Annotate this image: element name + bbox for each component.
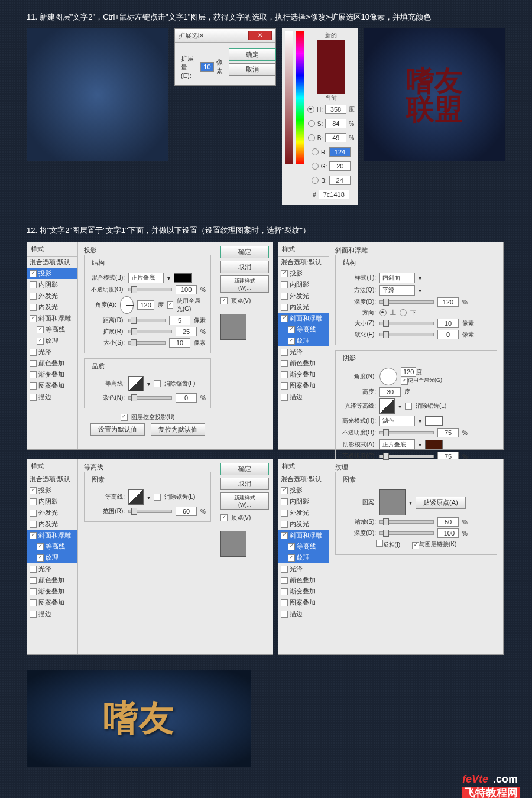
current-label: 当前 — [325, 94, 337, 102]
layerstyle-bevel: 样式 混合选项:默认 投影 内阴影 外发光 内发光 斜面和浮雕 等高线 纹理 光… — [278, 242, 504, 450]
layerstyle-drop-shadow: 样式 混合选项:默认 投影 内阴影 外发光 内发光 斜面和浮雕 等高线 纹理 光… — [27, 242, 273, 450]
dialog-title: 扩展选区 — [179, 31, 205, 40]
h-input[interactable]: 358 — [325, 105, 346, 114]
opacity-slider[interactable] — [128, 288, 172, 291]
expand-input[interactable]: 10 — [200, 62, 215, 72]
contour-picker[interactable] — [128, 376, 144, 391]
bevel-tech-select[interactable]: 平滑 — [379, 285, 415, 296]
bevel-style-select[interactable]: 内斜面 — [379, 273, 415, 283]
saturation-strip[interactable] — [285, 31, 293, 164]
cancel-button[interactable]: 取消 — [220, 261, 269, 273]
style-grad-overlay[interactable]: 渐变叠加 — [27, 369, 77, 380]
global-cb[interactable] — [167, 301, 173, 309]
style-inner-shadow[interactable]: 内阴影 — [27, 279, 77, 290]
b-radio[interactable] — [308, 134, 315, 141]
reset-default-button[interactable]: 复位为默认值 — [151, 423, 205, 436]
knockout-cb[interactable] — [121, 414, 128, 421]
shadow-color[interactable] — [174, 273, 192, 283]
ok-button[interactable]: 确定 — [220, 246, 269, 258]
watermark: feVte.com 飞特教程网 — [0, 773, 532, 798]
dir-up[interactable] — [379, 309, 387, 316]
style-satin[interactable]: 光泽 — [27, 346, 77, 358]
style-outer-glow[interactable]: 外发光 — [27, 290, 77, 301]
pattern-picker[interactable] — [379, 489, 406, 515]
set-default-button[interactable]: 设置为默认值 — [90, 423, 145, 436]
hex-input[interactable]: 7c1418 — [319, 190, 349, 199]
link-cb[interactable] — [412, 542, 419, 549]
spread-slider[interactable] — [128, 330, 172, 333]
bv-input[interactable]: 24 — [329, 176, 351, 185]
hue-strip[interactable] — [296, 31, 304, 164]
blend-select[interactable]: 正片叠底 — [128, 273, 164, 283]
layerstyle-contour: 样式 混合选项:默认 投影 内阴影 外发光 内发光 斜面和浮雕 等高线 纹理 光… — [27, 459, 273, 655]
size-slider[interactable] — [128, 341, 166, 345]
new-swatch — [317, 40, 345, 67]
expand-dialog: 扩展选区✕ 扩展量(E): 10 像素 确定 取消 — [174, 28, 276, 86]
b-input[interactable]: 49 — [325, 133, 346, 142]
s-input[interactable]: 84 — [325, 119, 346, 128]
angle-dial[interactable] — [120, 296, 134, 314]
r-radio[interactable] — [312, 148, 319, 155]
style-stroke[interactable]: 描边 — [27, 391, 77, 403]
expand-unit: 像素 — [216, 58, 223, 76]
r-input[interactable]: 124 — [329, 147, 351, 157]
color-picker: 新的 当前 H:358度 S:84% B:49% R:124 G:20 B:24… — [282, 28, 358, 205]
h-radio[interactable] — [307, 106, 314, 113]
invert-cb[interactable] — [376, 540, 383, 547]
section-title: 投影 — [84, 246, 211, 255]
preview-cb[interactable] — [220, 297, 228, 304]
g-radio[interactable] — [312, 163, 319, 170]
cancel-button[interactable]: 取消 — [229, 63, 276, 76]
new-style-button[interactable]: 新建样式(W)... — [220, 275, 269, 293]
blend-options[interactable]: 混合选项:默认 — [27, 257, 77, 268]
final-result: 嗜友 — [27, 670, 251, 767]
ok-button[interactable]: 确定 — [229, 48, 276, 61]
preview-red-text: 嗜友 联盟 — [364, 28, 505, 161]
new-label: 新的 — [325, 31, 337, 40]
cb-drop[interactable] — [30, 270, 37, 277]
style-color-overlay[interactable]: 颜色叠加 — [27, 358, 77, 369]
layerstyle-texture: 样式 混合选项:默认 投影 内阴影 外发光 内发光 斜面和浮雕 等高线 纹理 光… — [278, 459, 504, 655]
g-input[interactable]: 20 — [329, 161, 351, 171]
noise-slider[interactable] — [128, 396, 172, 400]
style-inner-glow[interactable]: 内发光 — [27, 301, 77, 313]
style-contour[interactable]: 等高线 — [27, 324, 77, 335]
style-pat-overlay[interactable]: 图案叠加 — [27, 380, 77, 391]
step-12-text: 12. 将"文字2"图层置于"文字1"下面，并做以下设置（设置纹理图案时，选择"… — [0, 213, 532, 242]
step-11-text: 11. 新建图层"文字2"，Ctrl+鼠标左键点击"文字1"图层，获得文字的选取… — [0, 0, 532, 28]
bv-radio[interactable] — [312, 177, 319, 184]
dist-slider[interactable] — [128, 319, 166, 322]
style-bevel[interactable]: 斜面和浮雕 — [27, 313, 77, 324]
dir-down[interactable] — [400, 309, 407, 316]
style-drop-shadow[interactable]: 投影 — [27, 268, 77, 279]
current-swatch — [317, 67, 345, 94]
s-radio[interactable] — [308, 120, 315, 127]
styles-header: 样式 — [27, 242, 77, 257]
snap-button[interactable]: 贴紧原点(A) — [416, 497, 466, 509]
preview-swatch — [220, 314, 246, 340]
expand-label: 扩展量(E): — [181, 54, 198, 79]
close-icon[interactable]: ✕ — [248, 31, 272, 40]
preview-selection — [27, 28, 168, 161]
style-texture[interactable]: 纹理 — [27, 335, 77, 346]
